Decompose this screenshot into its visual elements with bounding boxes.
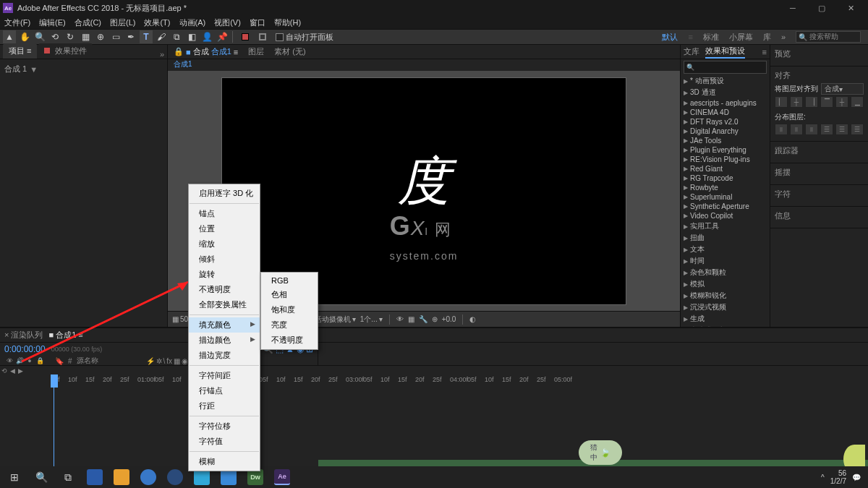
tab-render-queue[interactable]: × 渲染队列 [4,330,43,341]
effects-category[interactable]: ▶模拟 [681,278,770,290]
viewer-tab-composition[interactable]: 🔒 ■ 合成 合成1 ≡ [174,46,238,57]
submenu-item[interactable]: RGB [261,274,318,287]
panel-info[interactable]: 信息 [775,208,864,223]
menu-help[interactable]: 帮助(H) [274,17,301,28]
workspace-library[interactable]: 库 [763,32,771,43]
align-top[interactable]: ▔ [820,96,833,108]
taskbar-app-4[interactable] [162,467,188,487]
menu-item[interactable]: 行距 [189,398,260,414]
align-bottom[interactable]: ▁ [851,96,864,108]
panel-wiggler[interactable]: 摇摆 [775,165,864,180]
effects-category[interactable]: ▶生成 [681,313,770,325]
col-visibility[interactable]: 👁 [4,356,14,366]
task-view[interactable]: ⧉ [55,467,81,487]
submenu-item[interactable]: 不透明度 [261,333,318,348]
workspace-default[interactable]: 默认 [662,32,678,43]
puppet-tool[interactable]: 📌 [216,30,229,43]
taskbar-app-3[interactable] [135,467,161,487]
menu-item[interactable]: 旋转 [189,267,260,282]
maximize-button[interactable]: ▢ [807,0,836,16]
taskbar-app-2[interactable] [109,467,135,487]
viewer-tab-footage[interactable]: 素材 (无) [274,46,305,57]
submenu-item[interactable]: 色相 [261,287,318,302]
effects-category[interactable]: ▶Red Giant [681,164,770,174]
effects-category[interactable]: ▶RG Trapcode [681,174,770,183]
menu-file[interactable]: 文件(F) [4,17,30,28]
start-button[interactable]: ⊞ [1,467,27,487]
menu-item[interactable]: 锚点 [189,206,260,221]
panel-tracker[interactable]: 跟踪器 [775,143,864,158]
vf-btn-2[interactable]: ▦ [408,315,414,323]
playhead[interactable] [51,374,58,388]
dist-4[interactable]: ☰ [820,124,833,135]
menu-item[interactable]: 填充颜色▶ [189,317,260,333]
menu-edit[interactable]: 编辑(E) [39,17,66,28]
effects-category[interactable]: ▶表达式控制 [681,325,770,327]
submenu-item[interactable]: 饱和度 [261,302,318,317]
floating-bubble[interactable]: 猜 中 🍃 [579,440,622,465]
effects-category[interactable]: ▶Synthetic Aperture [681,202,770,211]
vf-btn-3[interactable]: 🔧 [419,315,427,323]
brush-tool[interactable]: 🖌 [155,30,168,43]
ruler-btn-1[interactable]: ⟲ [1,367,7,374]
effects-category[interactable]: ▶Rowbyte [681,183,770,192]
effects-category[interactable]: ▶RE:Vision Plug-ins [681,155,770,164]
effects-category[interactable]: ▶* 动画预设 [681,75,770,87]
effects-category[interactable]: ▶模糊和锐化 [681,290,770,301]
dist-5[interactable]: ☰ [835,124,848,135]
panel-character[interactable]: 字符 [775,187,864,202]
effects-category[interactable]: ▶DFT Rays v2.0 [681,117,770,127]
menu-window[interactable]: 窗口 [250,17,265,28]
rotate-tool[interactable]: ↻ [64,30,77,43]
menu-item[interactable]: 行锚点 [189,383,260,398]
menu-layer[interactable]: 图层(L) [110,17,135,28]
effects-search[interactable]: 🔍 [684,61,767,74]
col-frame-blend[interactable]: ▦ [174,357,180,365]
effects-category[interactable]: ▶3D 通道 [681,87,770,98]
effects-category[interactable]: ▶Superluminal [681,192,770,202]
align-hcenter[interactable]: ┼ [790,96,803,108]
stroke-swatch[interactable] [256,30,269,43]
menu-item[interactable]: 字符间距 [189,368,260,383]
effects-category[interactable]: ▶Plugin Everything [681,145,770,155]
project-item-comp[interactable]: 合成 1 ▼ [3,62,164,76]
workspace-more[interactable]: » [781,33,786,41]
hand-tool[interactable]: ✋ [18,30,31,43]
effects-category[interactable]: ▶CINEMA 4D [681,108,770,117]
menu-item[interactable]: 不透明度 [189,282,260,297]
views-dropdown[interactable]: 1个... ▾ [360,314,383,325]
panel-menu-icon[interactable]: ≡ [762,48,767,56]
auto-open-panel-checkbox[interactable]: 自动打开面板 [276,32,333,43]
fill-stroke-swatch[interactable] [237,30,254,43]
col-shy[interactable]: ⚡ [146,357,155,365]
viewer-breadcrumb[interactable]: 合成1 [168,59,680,71]
type-tool[interactable]: T [140,30,153,43]
align-target-select[interactable]: 合成 ▾ [821,83,864,95]
eraser-tool[interactable]: ◧ [185,30,198,43]
effects-tree[interactable]: ▶* 动画预设▶3D 通道▶aescripts - aeplugins▶CINE… [681,75,770,327]
effects-category[interactable]: ▶沉浸式视频 [681,301,770,313]
menu-item[interactable]: 字符值 [189,434,260,449]
tab-effects-presets[interactable]: 效果和预设 [705,46,745,59]
vf-btn-5[interactable]: +0.0 [442,315,456,323]
pen-tool[interactable]: ✒ [124,30,137,43]
ruler-btn-3[interactable]: ▶ [18,367,23,374]
zoom-tool[interactable]: 🔍 [33,30,46,43]
workspace-standard[interactable]: 标准 [703,32,719,43]
col-audio[interactable]: 🔊 [14,356,25,366]
taskbar-app-ae[interactable]: Ae [269,467,295,487]
col-solo[interactable]: ● [25,356,35,366]
menu-item[interactable]: 缩放 [189,236,260,252]
composition-viewport[interactable]: 度 GXI 网 system.com [221,77,626,305]
exposure-btn[interactable]: ◐ [469,315,476,323]
dist-3[interactable]: ⫴ [805,124,818,135]
close-button[interactable]: ✕ [836,0,865,16]
dist-6[interactable]: ☰ [851,124,864,135]
menu-item[interactable]: 模糊 [189,454,260,469]
panel-align[interactable]: 对齐 [775,68,864,83]
taskbar-app-1[interactable] [82,467,108,487]
panel-preview[interactable]: 预览 [775,46,864,61]
align-vcenter[interactable]: ┼ [835,96,848,108]
effects-category[interactable]: ▶文本 [681,244,770,255]
search-button[interactable]: 🔍 [28,467,54,487]
